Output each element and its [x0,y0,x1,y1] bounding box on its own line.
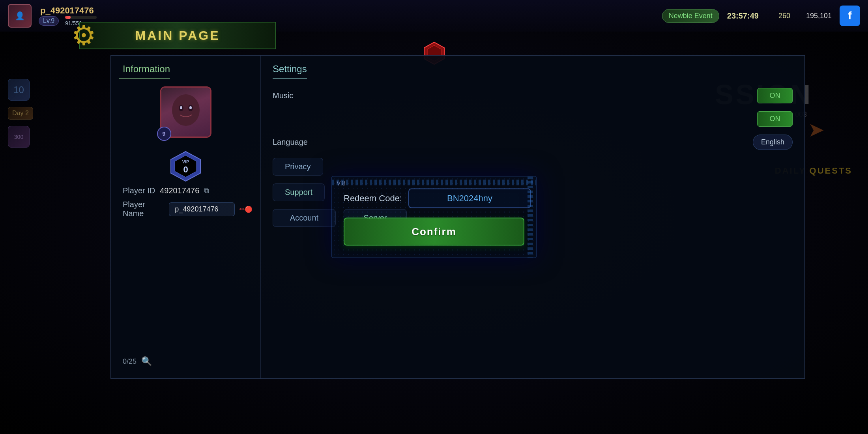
redeem-modal: V.8 Redeem Code: Confirm [331,176,537,258]
account-button[interactable]: Account [273,209,336,227]
newbie-event-banner[interactable]: Newbie Event [662,9,719,23]
vip-icon-container: VIP 0 [169,150,202,183]
edit-icon[interactable]: ✏🔴 [239,206,253,213]
main-page-title: MAIN PAGE [135,28,220,43]
level-badge-avatar: 9 [157,127,171,141]
version-label: V.8 [337,180,346,187]
day2-badge: Day 2 [8,107,33,120]
side-items-container: 10 Day 2 300 [8,79,33,148]
music-label: Music [273,91,293,100]
language-label: Language [273,138,308,147]
side-badge-1: 10 [8,79,30,101]
player-avatar-small: 👤 [8,4,32,28]
music-toggle[interactable]: ON [757,88,793,103]
top-level-badge: Lv.9 [39,16,59,26]
gear-icon: ⚙ [68,20,99,51]
player-name-display: p_492017476 [169,202,235,216]
player-name-row: Player Name p_492017476 ✏🔴 [119,200,253,218]
player-id-row: Player ID 492017476 ⧉ [119,186,209,195]
redeem-dots-right [528,177,533,258]
player-id-label: Player ID [123,186,155,195]
top-player-name: p_492017476 [40,6,97,16]
svg-text:0: 0 [183,165,188,174]
svg-point-5 [180,106,182,109]
music-setting-row: Music ON [273,88,793,103]
search-icon[interactable]: 🔍 [141,356,152,367]
redeem-code-label: Redeem Code: [344,193,402,204]
redeem-code-input[interactable] [408,189,531,208]
main-page-bar: ⚙ MAIN PAGE [79,22,276,49]
redeem-dots-top [332,180,536,185]
coin-count: 195,101 [806,12,832,20]
bg-arrow-icon: ➤ [808,118,825,141]
search-fraction: 0/25 [123,357,137,366]
left-panel: Information 9 [111,56,261,378]
sfx-setting-row: ON [273,111,793,127]
svg-text:VIP: VIP [182,159,189,164]
confirm-button[interactable]: Confirm [344,218,524,246]
support-button[interactable]: Support [273,183,325,201]
gem-count: 260 [778,12,790,20]
svg-point-6 [189,106,192,109]
copy-icon[interactable]: ⧉ [204,187,209,195]
redeem-code-row: Redeem Code: [344,189,524,208]
language-button[interactable]: English [753,135,793,150]
privacy-button[interactable]: Privacy [273,158,323,176]
privacy-row: Privacy [273,158,793,176]
player-id-value: 492017476 [160,186,199,195]
sfx-toggle[interactable]: ON [757,111,793,127]
player-name-label: Player Name [123,200,164,218]
language-setting-row: Language English [273,135,793,150]
side-badge-2: 300 [8,126,30,148]
facebook-button[interactable]: f [840,6,860,26]
timer-display: 23:57:49 [727,11,759,21]
info-tab[interactable]: Information [119,64,170,79]
settings-tab[interactable]: Settings [273,64,307,79]
svg-point-2 [172,94,200,126]
top-icons: Newbie Event 23:57:49 260 195,101 f [662,6,860,26]
